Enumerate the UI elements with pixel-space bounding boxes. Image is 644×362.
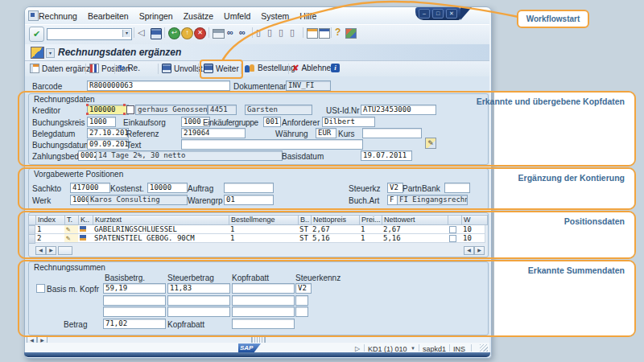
separator	[134, 27, 134, 38]
system-menu-icon[interactable]	[28, 10, 39, 21]
separator	[252, 27, 253, 38]
reject-icon: ✘	[292, 64, 299, 72]
cancel-circle-icon[interactable]: ✕	[194, 27, 206, 39]
customize-icon[interactable]	[345, 28, 357, 39]
first-page-icon[interactable]: ▯	[256, 27, 261, 38]
refresh-icon: ↻	[118, 64, 125, 72]
status-expand-icon[interactable]: ▷	[355, 345, 360, 352]
command-field[interactable]: ▾	[47, 28, 132, 40]
help-icon[interactable]: ?	[335, 27, 341, 38]
separator	[158, 64, 159, 74]
separator	[364, 344, 365, 352]
minimize-button[interactable]: –	[419, 9, 430, 19]
menu-bearbeiten[interactable]: Bearbeiten	[88, 11, 129, 21]
window-controls: – □ ✕	[415, 7, 460, 20]
maximize-button[interactable]: □	[432, 9, 444, 19]
separator	[303, 27, 303, 38]
callout-label-kontierung: Ergänzung der Kontierung	[518, 173, 625, 183]
separator	[471, 344, 472, 352]
separator	[85, 64, 86, 74]
dokumentenart-label: Dokumentenart	[233, 82, 288, 91]
info-icon: i	[331, 64, 340, 72]
weiter-highlight-box	[200, 60, 243, 79]
shortcut-icon[interactable]	[319, 28, 330, 39]
exit-circle-icon[interactable]: ↑	[181, 27, 193, 39]
save-icon	[162, 64, 171, 73]
menu-items: Rechnung Bearbeiten Springen Zusätze Umf…	[39, 11, 316, 21]
separator	[114, 64, 115, 74]
table-icon	[30, 64, 39, 73]
system-menu-glyph	[31, 13, 35, 17]
screenshot-root: Rechnung Bearbeiten Springen Zusätze Umf…	[0, 0, 644, 362]
menu-springen[interactable]: Springen	[139, 11, 173, 21]
barcode-label: Barcode	[32, 82, 62, 91]
close-button[interactable]: ✕	[446, 9, 457, 19]
back-circle-icon[interactable]: ↩	[168, 27, 180, 39]
back-icon[interactable]: ◁	[138, 27, 144, 38]
position-icon	[89, 64, 99, 73]
re-button[interactable]: ↻Re.	[118, 64, 140, 72]
callout-label-summendaten: Erkannte Summendaten	[528, 265, 625, 275]
window-controls-tail	[460, 7, 472, 20]
menu-rechnung[interactable]: Rechnung	[39, 11, 77, 21]
separator	[288, 64, 289, 74]
callout-summendaten: Erkannte Summendaten	[18, 260, 636, 337]
separator	[208, 27, 209, 38]
system-caret-down-icon[interactable]: ▼	[411, 346, 415, 351]
title-menu-dropdown-icon[interactable]: ▾	[46, 48, 55, 58]
info-button[interactable]: i	[331, 64, 340, 72]
separator	[419, 344, 419, 352]
new-session-icon[interactable]	[307, 28, 318, 39]
previous-page-icon[interactable]: ▯	[267, 27, 272, 38]
find-next-icon[interactable]: ∞	[239, 27, 246, 37]
button-label: Re.	[127, 64, 140, 72]
resize-grip[interactable]	[480, 344, 488, 352]
window-bottom-bar	[24, 352, 490, 357]
command-dropdown-icon[interactable]: ▾	[122, 30, 130, 37]
menu-zusaetze[interactable]: Zusätze	[184, 11, 213, 21]
workflowstart-label: Workflowstart	[517, 10, 589, 28]
transaction-icon[interactable]	[31, 47, 44, 59]
menu-umfeld[interactable]: Umfeld	[224, 11, 250, 21]
callout-kontierung: Ergänzung der Kontierung	[18, 167, 636, 210]
page-title: Rechnungsdaten ergänzen	[58, 47, 181, 58]
separator	[198, 64, 199, 74]
callout-label-positionsdaten: Positionsdaten	[564, 216, 625, 226]
next-page-icon[interactable]: ▯	[279, 27, 283, 38]
enter-icon[interactable]: ✔	[29, 27, 44, 42]
callout-positionsdaten: Positionsdaten	[18, 211, 636, 259]
save-icon[interactable]	[151, 28, 162, 39]
separator	[164, 27, 165, 38]
ablehnen-button[interactable]: ✘Ablehnen	[292, 64, 336, 72]
dokumentenart-field: INV_FI	[286, 80, 331, 91]
menu-system[interactable]: System	[261, 11, 289, 21]
people-icon	[245, 64, 255, 72]
find-icon[interactable]: ∞	[227, 27, 233, 37]
menu-hilfe[interactable]: Hilfe	[299, 11, 316, 21]
last-page-icon[interactable]: ▯	[290, 27, 295, 38]
separator	[331, 27, 332, 38]
barcode-field[interactable]: R800000063	[87, 80, 230, 91]
callout-kopfdaten: Erkannte und übergebene Kopfdaten	[18, 91, 636, 167]
print-icon[interactable]	[213, 29, 225, 39]
callout-label-kopfdaten: Erkannte und übergebene Kopfdaten	[477, 97, 625, 106]
separator	[449, 344, 450, 352]
button-label: Bestellung	[258, 64, 295, 72]
